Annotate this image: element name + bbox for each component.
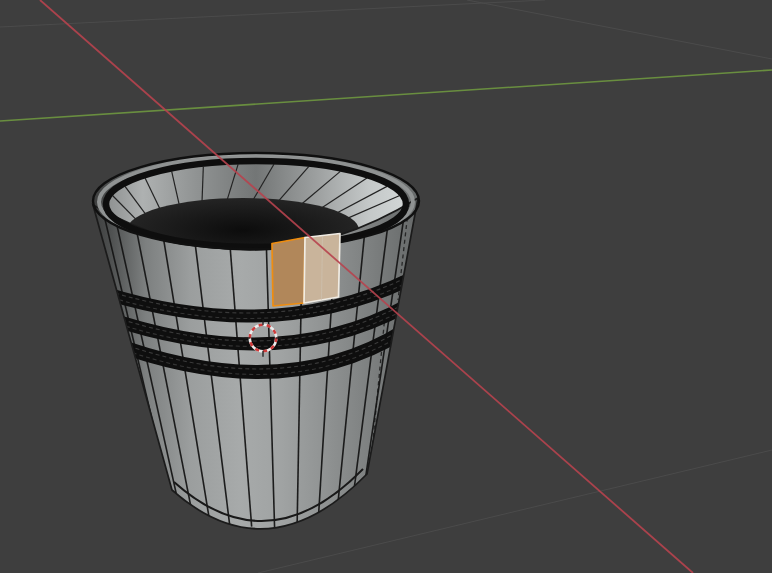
- viewport-canvas[interactable]: [0, 0, 772, 573]
- selected-face[interactable]: [272, 238, 305, 307]
- viewport-window: [0, 0, 772, 573]
